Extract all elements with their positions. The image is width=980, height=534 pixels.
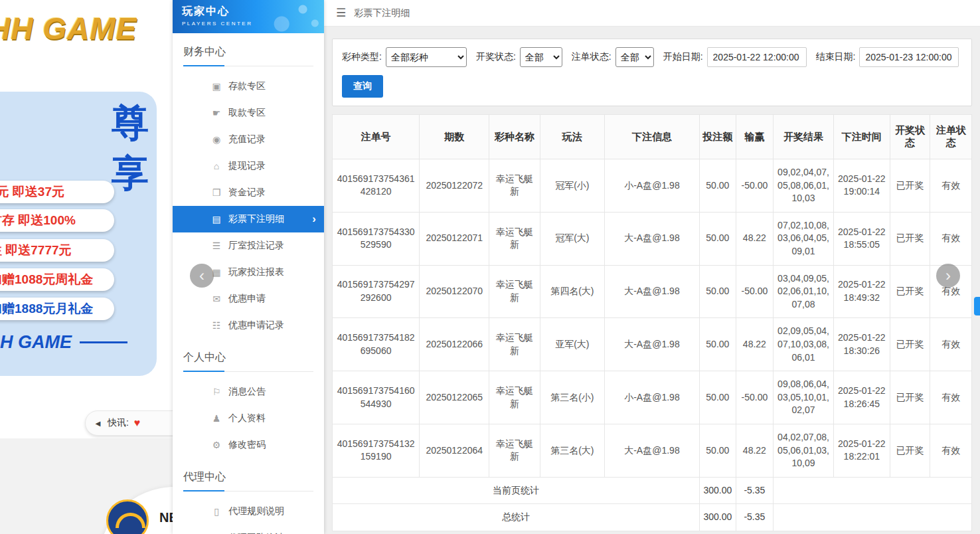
cell-draw-result: 02,09,05,04,07,10,03,08,06,01 — [774, 318, 834, 371]
sidebar-item-agent-team-stats[interactable]: ▥ 代理团队统计 — [173, 525, 324, 534]
cell-win-loss: -50.00 — [736, 159, 774, 213]
start-date-input[interactable] — [707, 47, 807, 67]
table-row: 401569173754182695060 20250122066 幸运飞艇新 … — [333, 318, 972, 371]
sidebar-item-deposit-zone[interactable]: ▣ 存款专区 — [173, 73, 324, 100]
cell-draw-status: 已开奖 — [890, 424, 930, 477]
cell-bet-time: 2025-01-22 19:00:14 — [833, 159, 890, 213]
promo-pill: 加赠1888元月礼金 — [0, 298, 114, 320]
grand-summary-win-loss: -5.35 — [736, 504, 774, 531]
fund-records-icon: ❒ — [210, 187, 223, 198]
draw-status-label: 开奖状态: — [476, 51, 516, 63]
cell-bet-amount: 50.00 — [700, 159, 736, 213]
cell-bet-id: 401569173754182695060 — [333, 318, 420, 371]
chevron-right-icon: › — [312, 213, 316, 226]
promo-pill: 注 即送7777元 — [0, 239, 114, 262]
bet-status-label: 注单状态: — [572, 51, 612, 63]
col-bet-time: 下注时间 — [833, 115, 890, 159]
table-row: 401569173754297292600 20250122070 幸运飞艇新 … — [333, 265, 972, 318]
cell-bet-info: 小-A盘@1.98 — [604, 159, 699, 213]
cell-draw-result: 09,08,06,04,03,05,10,01,02,07 — [774, 371, 834, 424]
sidebar-item-lottery-bet-details[interactable]: ▤ 彩票下注明细 › — [173, 206, 324, 232]
cell-draw-result: 07,02,10,08,03,06,04,05,09,01 — [774, 212, 834, 265]
cell-bet-amount: 50.00 — [700, 424, 736, 477]
carousel-prev-button[interactable]: ‹ — [190, 264, 214, 288]
sidebar-item-fund-records[interactable]: ❒ 资金记录 — [173, 179, 324, 206]
table-row: 401569173754160544930 20250122065 幸运飞艇新 … — [333, 371, 972, 424]
deposit-icon: ▣ — [210, 81, 223, 92]
cell-play-type: 亚军(大) — [540, 318, 604, 371]
search-button[interactable]: 查询 — [342, 75, 383, 98]
news-ticker: ◄ 快讯: ♥ — [85, 410, 173, 436]
sidebar-item-promo-application[interactable]: ✉ 优惠申请 — [173, 286, 324, 312]
col-draw-status: 开奖状态 — [890, 115, 930, 159]
cell-period: 20250122071 — [420, 212, 489, 265]
withdraw-icon: ☛ — [210, 108, 223, 118]
col-bet-id: 注单号 — [333, 115, 420, 159]
promo-pill: 加赠1088元周礼金 — [0, 268, 114, 291]
cell-lottery-name: 幸运飞艇新 — [489, 371, 540, 424]
col-bet-info: 下注信息 — [604, 115, 699, 159]
sidebar-item-recharge-records[interactable]: ◉ 充值记录 — [173, 126, 324, 153]
sidebar-item-label: 优惠申请记录 — [228, 319, 284, 331]
cell-bet-id: 401569173754330529590 — [333, 212, 420, 265]
hall-records-icon: ☰ — [210, 240, 223, 251]
grand-summary-row: 总统计 300.00 -5.35 — [333, 504, 972, 531]
col-play-type: 玩法 — [540, 115, 604, 159]
sidebar-item-withdrawal-records[interactable]: ⌂ 提现记录 — [173, 153, 324, 179]
cell-period: 20250122066 — [420, 318, 489, 371]
bet-status-select[interactable]: 全部 — [615, 47, 654, 67]
cell-play-type: 冠军(大) — [540, 212, 604, 265]
section-finance: 财务中心 ▣ 存款专区 ☛ 取款专区 ◉ 充值记录 ⌂ 提现记录 ❒ 资金记录 — [173, 40, 324, 339]
col-lottery-name: 彩种名称 — [489, 115, 540, 159]
cell-period: 20250122070 — [420, 265, 489, 318]
cell-bet-info: 大-A盘@1.98 — [604, 265, 699, 318]
sidebar-item-announcements[interactable]: ⚐ 消息公告 — [173, 379, 324, 405]
cell-play-type: 冠军(小) — [540, 159, 604, 213]
heart-icon: ♥ — [134, 417, 141, 429]
cell-play-type: 第四名(大) — [540, 265, 604, 318]
sidebar-item-withdraw-zone[interactable]: ☛ 取款专区 — [173, 100, 324, 126]
hamburger-menu-icon[interactable]: ☰ — [336, 6, 346, 20]
sidebar-item-label: 充值记录 — [228, 134, 266, 145]
table-row: 401569173754132159190 20250122064 幸运飞艇新 … — [333, 424, 972, 477]
sidebar-item-promo-application-records[interactable]: ☷ 优惠申请记录 — [173, 312, 324, 339]
cell-bet-id: 401569173754160544930 — [333, 371, 420, 424]
carousel-next-button[interactable]: › — [936, 264, 960, 288]
cell-bet-time: 2025-01-22 18:49:32 — [833, 265, 890, 318]
promo-pill: 0元 即送37元 — [0, 181, 114, 203]
end-date-input[interactable] — [859, 47, 959, 67]
sidebar-item-agent-rules[interactable]: ▯ 代理规则说明 — [173, 498, 324, 525]
floating-widget-tab[interactable] — [974, 297, 980, 315]
sidebar-item-change-password[interactable]: ⚙ 修改密码 — [173, 432, 324, 458]
sidebar-title: 玩家中心 — [182, 5, 315, 19]
sidebar-item-label: 存款专区 — [228, 80, 266, 92]
chevron-right-icon: › — [945, 266, 951, 285]
cell-draw-result: 03,04,09,05,02,06,01,10,07,08 — [774, 265, 834, 318]
profile-person-icon: ♟ — [210, 413, 223, 424]
cell-bet-amount: 50.00 — [700, 212, 736, 265]
sidebar-item-label: 消息公告 — [228, 386, 266, 398]
col-bet-amount: 投注额 — [700, 115, 736, 159]
sidebar-item-label: 代理规则说明 — [228, 505, 284, 517]
cell-bet-info: 大-A盘@1.98 — [604, 212, 699, 265]
cell-draw-status: 已开奖 — [890, 265, 930, 318]
lottery-type-select[interactable]: 全部彩种 — [386, 47, 467, 67]
cell-draw-result: 04,02,07,08,05,06,01,03,10,09 — [774, 424, 834, 477]
filter-panel: 彩种类型: 全部彩种 开奖状态: 全部 注单状态: 全部 开始日期: 结束日期:… — [332, 39, 972, 106]
sidebar-item-hall-bet-records[interactable]: ☰ 厅室投注记录 — [173, 232, 324, 259]
cell-lottery-name: 幸运飞艇新 — [489, 159, 540, 213]
cell-period: 20250122072 — [420, 159, 489, 213]
page-title: 彩票下注明细 — [354, 7, 410, 19]
sidebar-item-label: 修改密码 — [228, 439, 266, 451]
cell-win-loss: -50.00 — [736, 265, 774, 318]
sidebar-item-profile[interactable]: ♟ 个人资料 — [173, 405, 324, 432]
cell-lottery-name: 幸运飞艇新 — [489, 212, 540, 265]
cell-lottery-name: 幸运飞艇新 — [489, 265, 540, 318]
cell-bet-amount: 50.00 — [700, 371, 736, 424]
cell-win-loss: 48.22 — [736, 212, 774, 265]
cell-bet-id: 401569173754297292600 — [333, 265, 420, 318]
table-header-row: 注单号 期数 彩种名称 玩法 下注信息 投注额 输赢 开奖结果 下注时间 开奖状… — [333, 115, 972, 159]
draw-status-select[interactable]: 全部 — [520, 47, 562, 67]
col-period: 期数 — [420, 115, 489, 159]
cell-bet-amount: 50.00 — [700, 318, 736, 371]
